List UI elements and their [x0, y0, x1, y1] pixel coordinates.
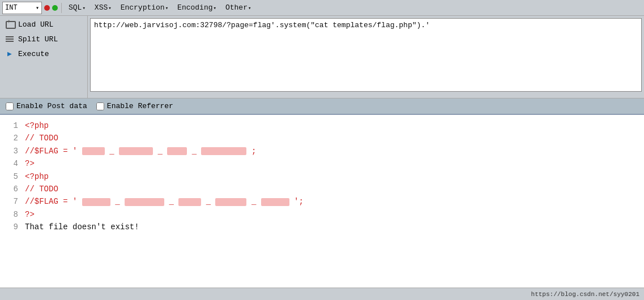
url-input[interactable]: [90, 18, 642, 92]
redacted-1a: [82, 147, 105, 155]
split-url-label: Split URL: [18, 35, 58, 44]
url-area: [88, 16, 644, 98]
sql-menu[interactable]: SQL: [65, 2, 89, 13]
code-content-1: <?php: [25, 119, 49, 132]
line-num-6: 6: [9, 183, 18, 195]
code-content-2: // TODO: [25, 132, 58, 144]
execute-item[interactable]: Execute: [0, 46, 87, 61]
redacted-2b: [125, 198, 164, 206]
split-url-item[interactable]: Split URL: [0, 32, 87, 46]
code-content-6: // TODO: [25, 183, 58, 195]
status-bar: https://blog.csdn.net/syy0201: [0, 288, 644, 300]
line-num-4: 4: [9, 157, 18, 170]
xss-menu[interactable]: XSS: [91, 2, 115, 13]
code-output-area: 1 <?php 2 // TODO 3 //$FLAG = ' _ _ _ ; …: [0, 115, 644, 288]
enable-post-checkbox-label[interactable]: Enable Post data: [6, 102, 87, 110]
main-input-area: Load URL Split URL Execute: [0, 16, 644, 98]
code-line-1: 1 <?php: [9, 119, 635, 132]
red-dot-icon: [44, 5, 50, 11]
code-content-3: //$FLAG = ' _ _ _ ;: [25, 145, 256, 157]
redacted-2a: [82, 198, 110, 206]
enable-referrer-checkbox[interactable]: [96, 102, 104, 110]
redacted-1c: [167, 147, 187, 155]
line-num-1: 1: [9, 119, 18, 132]
encryption-menu[interactable]: Encryption: [117, 2, 172, 13]
code-line-3: 3 //$FLAG = ' _ _ _ ;: [9, 145, 635, 157]
sidebar: Load URL Split URL Execute: [0, 16, 88, 98]
redacted-2e: [261, 198, 289, 206]
code-line-8: 8 ?>: [9, 208, 635, 221]
options-bar: Enable Post data Enable Referrer: [0, 98, 644, 115]
toolbar-separator: [61, 3, 62, 13]
green-dot-icon: [52, 5, 58, 11]
code-line-6: 6 // TODO: [9, 183, 635, 195]
line-num-5: 5: [9, 170, 18, 183]
execute-icon: [5, 49, 15, 59]
encoding-menu[interactable]: Encoding: [174, 2, 220, 13]
code-content-9: That file doesn't exist!: [25, 221, 139, 233]
split-url-icon: [5, 34, 15, 44]
int-dropdown[interactable]: INT: [2, 2, 42, 14]
load-url-item[interactable]: Load URL: [0, 17, 87, 32]
redacted-2d: [215, 198, 246, 206]
code-line-7: 7 //$FLAG = ' _ _ _ _ ';: [9, 195, 635, 208]
code-line-4: 4 ?>: [9, 157, 635, 170]
line-num-8: 8: [9, 208, 18, 221]
code-content-7: //$FLAG = ' _ _ _ _ ';: [25, 195, 304, 208]
code-content-4: ?>: [25, 157, 35, 170]
code-line-2: 2 // TODO: [9, 132, 635, 144]
line-num-3: 3: [9, 145, 18, 157]
load-url-label: Load URL: [18, 20, 53, 29]
dropdown-label: INT: [5, 4, 36, 12]
code-line-9: 9 That file doesn't exist!: [9, 221, 635, 233]
line-num-9: 9: [9, 221, 18, 233]
redacted-2c: [178, 198, 201, 206]
code-line-5: 5 <?php: [9, 170, 635, 183]
toolbar: INT SQL XSS Encryption Encoding Other: [0, 0, 644, 16]
redacted-1b: [119, 147, 153, 155]
enable-referrer-label: Enable Referrer: [107, 102, 173, 110]
line-num-2: 2: [9, 132, 18, 144]
redacted-1d: [201, 147, 246, 155]
enable-post-label: Enable Post data: [16, 102, 87, 110]
other-menu[interactable]: Other: [222, 2, 254, 13]
enable-post-checkbox[interactable]: [6, 102, 14, 110]
execute-label: Execute: [18, 50, 49, 58]
status-url: https://blog.csdn.net/syy0201: [531, 291, 639, 298]
enable-referrer-checkbox-label[interactable]: Enable Referrer: [96, 102, 173, 110]
load-url-icon: [5, 19, 15, 29]
code-content-5: <?php: [25, 170, 49, 183]
line-num-7: 7: [9, 195, 18, 208]
code-content-8: ?>: [25, 208, 35, 221]
